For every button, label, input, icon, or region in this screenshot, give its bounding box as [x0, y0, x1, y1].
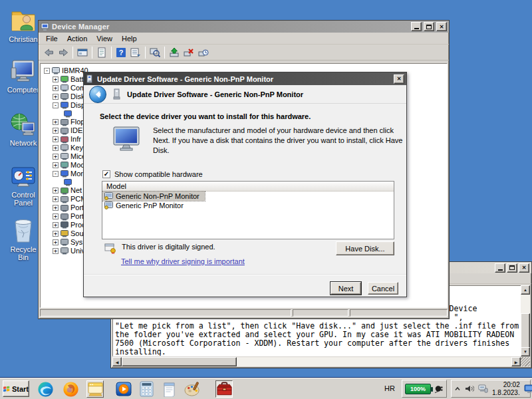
collapse-icon[interactable]: -: [53, 171, 59, 177]
network-tray-icon[interactable]: [478, 384, 488, 393]
horizontal-scrollbar[interactable]: ◀ ▶: [112, 357, 521, 366]
cancel-button[interactable]: Cancel: [368, 282, 398, 295]
toolbar-separator: [72, 47, 73, 59]
start-button[interactable]: Start: [3, 380, 29, 397]
model-list[interactable]: Model Generic Non-PnP MonitorGeneric PnP…: [102, 181, 394, 239]
taskbar-device-manager-button[interactable]: [215, 380, 233, 398]
help-icon[interactable]: ?: [114, 46, 128, 59]
scroll-thumb[interactable]: [122, 357, 237, 366]
disk-icon: [61, 92, 68, 100]
maximize-button[interactable]: [507, 263, 517, 273]
taskbar-media-player-button[interactable]: [115, 380, 132, 398]
expand-icon[interactable]: +: [53, 222, 59, 228]
scan-hardware-icon[interactable]: [148, 46, 162, 59]
uninstall-icon[interactable]: [182, 46, 196, 59]
monitor-icon: [64, 178, 72, 186]
scroll-up-icon[interactable]: ▲: [521, 285, 530, 295]
desktop-icon-label: Christian: [4, 35, 43, 43]
vertical-scrollbar[interactable]: ▲ ▼: [521, 285, 530, 356]
minimize-button[interactable]: [411, 22, 422, 31]
taskbar: Start HR 100% 20:02 1.8.2023.: [0, 377, 532, 399]
properties-icon[interactable]: [95, 46, 108, 59]
checkbox-icon[interactable]: ✓: [102, 170, 110, 178]
expand-icon[interactable]: +: [53, 145, 59, 151]
battery-icon[interactable]: 100%: [405, 384, 431, 394]
show-compatible-checkbox[interactable]: ✓ Show compatible hardware: [102, 170, 203, 178]
language-indicator[interactable]: HR: [384, 384, 395, 392]
expand-icon[interactable]: +: [53, 94, 59, 100]
device-manager-titlebar[interactable]: Device Manager ✕: [39, 21, 449, 33]
scroll-right-icon[interactable]: ▶: [511, 357, 521, 366]
export-list-icon[interactable]: [129, 46, 142, 59]
scroll-thumb[interactable]: [521, 313, 530, 348]
power-plug-icon[interactable]: [435, 384, 444, 393]
taskbar-paint-button[interactable]: [184, 380, 201, 398]
taskbar-calculator-button[interactable]: [138, 380, 155, 398]
desktop-icon-christian[interactable]: Christian: [4, 8, 43, 43]
expand-icon[interactable]: +: [53, 119, 59, 125]
display-tray-icon[interactable]: [524, 384, 532, 394]
disable-icon[interactable]: [197, 46, 210, 59]
expand-icon[interactable]: +: [53, 188, 59, 194]
model-column-header[interactable]: Model: [102, 182, 394, 192]
desktop-icon-network[interactable]: Network: [4, 112, 43, 147]
expand-icon[interactable]: +: [53, 154, 59, 160]
desktop-icon-control-panel[interactable]: Control Panel: [4, 165, 43, 207]
firefox-icon: [63, 381, 79, 398]
model-list-item[interactable]: Generic PnP Monitor: [102, 201, 189, 210]
resize-grip[interactable]: [521, 357, 530, 366]
volume-icon[interactable]: [465, 384, 474, 393]
expand-icon[interactable]: +: [53, 85, 59, 91]
update-driver-icon[interactable]: [168, 46, 181, 59]
scroll-down-icon[interactable]: ▼: [521, 347, 530, 356]
tree-item-label: Sou: [70, 229, 84, 238]
collapse-icon[interactable]: -: [53, 102, 59, 108]
update-driver-dialog[interactable]: Update Driver Software - Generic Non-PnP…: [83, 72, 407, 297]
expand-icon[interactable]: +: [53, 239, 59, 245]
expand-icon[interactable]: +: [53, 196, 59, 202]
usb-icon: [61, 247, 68, 255]
next-button[interactable]: Next: [331, 282, 361, 295]
collapse-icon[interactable]: -: [44, 68, 50, 74]
expand-icon[interactable]: +: [53, 213, 59, 219]
close-button[interactable]: ✕: [519, 263, 529, 273]
close-icon[interactable]: ✕: [394, 74, 404, 84]
minimize-button[interactable]: [495, 263, 505, 273]
menu-action[interactable]: Action: [63, 33, 92, 44]
start-label: Start: [12, 385, 29, 393]
taskbar-firefox-button[interactable]: [62, 380, 79, 398]
menu-file[interactable]: File: [41, 33, 63, 44]
back-button[interactable]: [89, 86, 106, 103]
menu-help[interactable]: Help: [117, 33, 142, 44]
taskbar-explorer-button[interactable]: [86, 380, 104, 398]
clock[interactable]: 20:02 1.8.2023.: [492, 381, 520, 397]
monitor-icon: [112, 126, 141, 154]
expand-icon[interactable]: +: [53, 248, 59, 254]
model-label: Generic PnP Monitor: [116, 201, 184, 209]
expand-icon[interactable]: +: [53, 76, 59, 82]
expand-icon[interactable]: +: [53, 136, 59, 142]
driver-signing-link[interactable]: Tell me why driver signing is important: [121, 257, 245, 265]
have-disk-button[interactable]: Have Disk...: [336, 241, 394, 255]
expand-icon[interactable]: +: [53, 162, 59, 168]
desktop-icon-recycle-bin[interactable]: Recycle Bin: [4, 217, 43, 261]
back-icon[interactable]: [42, 46, 55, 59]
expand-icon[interactable]: +: [53, 231, 59, 237]
dialog-titlebar[interactable]: Update Driver Software - Generic Non-PnP…: [84, 72, 406, 85]
forward-icon[interactable]: [57, 46, 70, 59]
tree-item-label: Port: [70, 212, 84, 221]
maximize-button[interactable]: [424, 22, 434, 31]
hidden-icons-chevron-icon[interactable]: [454, 386, 461, 392]
power-tray-group: 100%: [402, 380, 447, 398]
expand-icon[interactable]: +: [53, 205, 59, 211]
taskbar-edge-button[interactable]: [37, 380, 54, 398]
menu-view[interactable]: View: [92, 33, 117, 44]
model-list-item[interactable]: Generic Non-PnP Monitor: [102, 192, 205, 201]
close-button[interactable]: ✕: [436, 22, 447, 31]
desktop-icon-label: Recycle Bin: [4, 245, 43, 261]
desktop-icon-computer[interactable]: Computer: [4, 59, 43, 94]
scroll-left-icon[interactable]: ◀: [112, 357, 122, 366]
console-window-icon[interactable]: [76, 46, 89, 59]
taskbar-notepad-button[interactable]: [160, 380, 178, 398]
expand-icon[interactable]: +: [53, 128, 59, 134]
